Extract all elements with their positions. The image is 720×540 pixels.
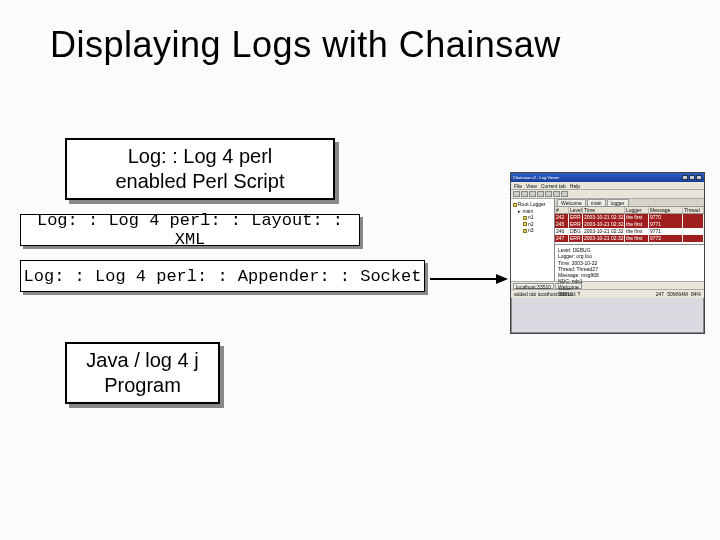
box-layout-xml: Log: : Log 4 perl: : Layout: : XML	[20, 214, 360, 246]
menu-help: Help	[570, 183, 580, 189]
svg-marker-1	[496, 274, 508, 284]
status-count: 247	[656, 291, 664, 297]
toolbar-button-icon	[537, 191, 544, 197]
menu-view: View	[526, 183, 537, 189]
table-row: 247 ERR 2003-10-21 02:32:0... the first …	[555, 235, 704, 242]
table-row: 246 DBG 2003-10-21 02:32:0... the first …	[555, 228, 704, 235]
tab: main	[587, 199, 606, 206]
menu-file: File	[514, 183, 522, 189]
chainsaw-screenshot: Chainsaw v2 - Log Viewer File View Curre…	[510, 172, 705, 334]
tab: logger	[607, 199, 629, 206]
box-perl-script-line1: Log: : Log 4 perl	[128, 144, 273, 169]
box-perl-script-line2: enabled Perl Script	[116, 169, 285, 194]
logger-tree: Root Logger ▸ main n1 n2 n3	[511, 199, 555, 281]
toolbar-button-icon	[521, 191, 528, 197]
box-java-line2: Program	[104, 373, 181, 398]
arrow-icon	[430, 273, 508, 278]
table-header: # Level Time Logger Message Thread	[555, 207, 704, 214]
box-appender-socket: Log: : Log 4 perl: : Appender: : Socket	[20, 260, 425, 292]
status-pct: 84%	[691, 291, 701, 297]
slide-title: Displaying Logs with Chainsaw	[50, 24, 561, 66]
window-titlebar: Chainsaw v2 - Log Viewer	[511, 173, 704, 182]
menu-current: Current tab	[541, 183, 566, 189]
toolbar-button-icon	[561, 191, 568, 197]
folder-icon	[523, 229, 527, 233]
log-table: # Level Time Logger Message Thread 242 E…	[555, 207, 704, 245]
folder-icon	[523, 222, 527, 226]
toolbar-button-icon	[545, 191, 552, 197]
table-row: 245 ERR 2003-10-21 02:32:0... the first …	[555, 221, 704, 228]
box-java-program: Java / log 4 j Program	[65, 342, 220, 404]
table-row: 242 ERR 2003-10-21 02:32:0... the first …	[555, 214, 704, 221]
tab: Welcome	[557, 199, 586, 206]
tree-item: n3	[513, 227, 552, 234]
box-java-line1: Java / log 4 j	[86, 348, 198, 373]
close-icon	[696, 175, 702, 180]
toolbar-button-icon	[553, 191, 560, 197]
toolbar-button-icon	[529, 191, 536, 197]
toolbar-button-icon	[513, 191, 520, 197]
detail-panel: Level: DEBUG Logger: org.foo Time: 2003-…	[555, 245, 704, 281]
status-tab: localhost:33510	[513, 283, 554, 289]
menubar: File View Current tab Help	[511, 182, 704, 190]
status-message: added tab localhost:33510	[514, 291, 573, 297]
folder-icon	[523, 216, 527, 220]
toolbar	[511, 190, 704, 199]
box-perl-script: Log: : Log 4 perl enabled Perl Script	[65, 138, 335, 200]
maximize-icon	[689, 175, 695, 180]
tab-bar: Welcome main logger	[555, 199, 704, 207]
window-title: Chainsaw v2 - Log Viewer	[513, 175, 559, 180]
minimize-icon	[682, 175, 688, 180]
status-tab: Welcome	[555, 283, 582, 289]
folder-icon	[513, 203, 517, 207]
status-mem: 50M/64M	[667, 291, 688, 297]
